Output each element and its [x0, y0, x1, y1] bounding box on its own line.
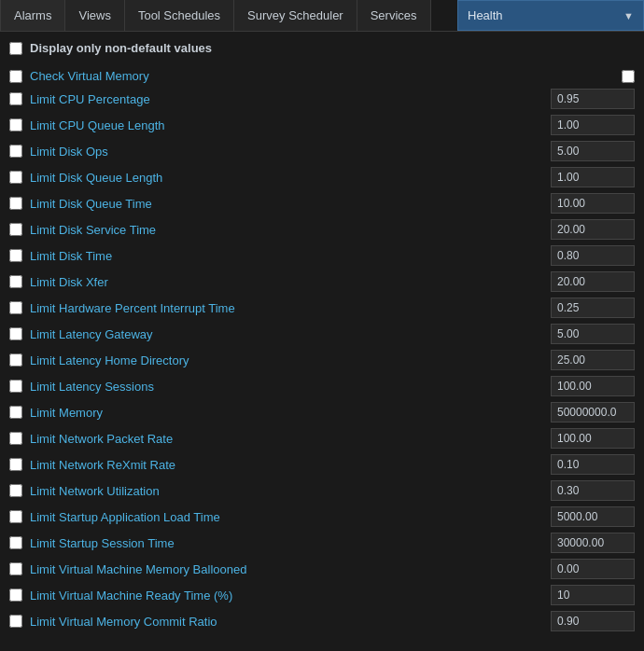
content-area: Display only non-default values Check Vi…	[0, 32, 644, 651]
setting-value-limit-latency-sessions[interactable]	[551, 376, 635, 396]
setting-row-limit-startup-application-load-time: Limit Startup Application Load Time	[9, 504, 635, 530]
non-default-checkbox[interactable]	[9, 42, 22, 55]
setting-row-limit-cpu-queue-length: Limit CPU Queue Length	[9, 112, 635, 138]
setting-enable-limit-disk-xfer[interactable]	[9, 275, 22, 288]
setting-value-limit-cpu-queue-length[interactable]	[551, 115, 635, 135]
setting-row-limit-network-packet-rate: Limit Network Packet Rate	[9, 425, 635, 451]
setting-value-limit-hardware-percent-interrupt-time[interactable]	[551, 298, 635, 318]
setting-enable-limit-disk-queue-time[interactable]	[9, 197, 22, 210]
setting-value-limit-disk-ops[interactable]	[551, 141, 635, 161]
setting-label-limit-cpu-percentage: Limit CPU Percentage	[30, 92, 543, 106]
tab-services[interactable]: Services	[357, 0, 431, 31]
setting-row-limit-network-utilization: Limit Network Utilization	[9, 478, 635, 504]
settings-list: Check Virtual MemoryLimit CPU Percentage…	[9, 66, 635, 634]
setting-row-limit-latency-sessions: Limit Latency Sessions	[9, 373, 635, 399]
setting-row-limit-network-rexmit-rate: Limit Network ReXmit Rate	[9, 451, 635, 478]
setting-value-limit-cpu-percentage[interactable]	[551, 89, 635, 109]
setting-enable-limit-latency-gateway[interactable]	[9, 327, 22, 340]
setting-enable-limit-startup-session-time[interactable]	[9, 536, 22, 549]
chevron-down-icon: ▼	[623, 10, 634, 21]
setting-label-limit-virtual-machine-memory-ballooned: Limit Virtual Machine Memory Ballooned	[30, 562, 543, 576]
setting-enable-limit-startup-application-load-time[interactable]	[9, 510, 22, 523]
setting-value-limit-network-packet-rate[interactable]	[551, 428, 635, 449]
setting-label-limit-network-packet-rate: Limit Network Packet Rate	[30, 432, 543, 446]
tab-survey-scheduler[interactable]: Survey Scheduler	[234, 0, 357, 31]
setting-row-limit-latency-home-directory: Limit Latency Home Directory	[9, 347, 635, 373]
setting-label-limit-disk-time: Limit Disk Time	[30, 249, 543, 263]
tab-tool-schedules[interactable]: Tool Schedules	[125, 0, 234, 31]
setting-row-limit-virtual-machine-ready-time: Limit Virtual Machine Ready Time (%)	[9, 582, 635, 608]
tab-views[interactable]: Views	[65, 0, 124, 31]
setting-value-limit-disk-xfer[interactable]	[551, 271, 635, 292]
setting-value-limit-startup-application-load-time[interactable]	[551, 506, 635, 527]
setting-value-limit-virtual-machine-memory-ballooned[interactable]	[551, 559, 635, 579]
setting-row-limit-startup-session-time: Limit Startup Session Time	[9, 530, 635, 556]
setting-label-limit-network-rexmit-rate: Limit Network ReXmit Rate	[30, 458, 543, 472]
health-dropdown[interactable]: Health ▼	[457, 0, 644, 31]
setting-enable-limit-network-utilization[interactable]	[9, 484, 22, 497]
setting-enable-limit-network-rexmit-rate[interactable]	[9, 458, 22, 471]
setting-row-limit-disk-queue-time: Limit Disk Queue Time	[9, 190, 635, 216]
setting-label-check-virtual-memory: Check Virtual Memory	[30, 69, 614, 83]
setting-value-limit-disk-service-time[interactable]	[551, 219, 635, 240]
setting-label-limit-virtual-memory-commit-ratio: Limit Virtual Memory Commit Ratio	[30, 615, 543, 629]
setting-value-limit-network-rexmit-rate[interactable]	[551, 454, 635, 475]
setting-label-limit-memory: Limit Memory	[30, 406, 543, 420]
setting-enable-limit-virtual-machine-ready-time[interactable]	[9, 589, 22, 602]
setting-enable-limit-cpu-queue-length[interactable]	[9, 118, 22, 132]
setting-row-limit-cpu-percentage: Limit CPU Percentage	[9, 86, 635, 112]
setting-label-limit-virtual-machine-ready-time: Limit Virtual Machine Ready Time (%)	[30, 589, 543, 603]
setting-row-limit-disk-queue-length: Limit Disk Queue Length	[9, 164, 635, 190]
setting-label-limit-disk-ops: Limit Disk Ops	[30, 145, 543, 159]
setting-label-limit-hardware-percent-interrupt-time: Limit Hardware Percent Interrupt Time	[30, 301, 543, 315]
setting-label-limit-disk-xfer: Limit Disk Xfer	[30, 275, 543, 289]
setting-label-limit-latency-home-directory: Limit Latency Home Directory	[30, 353, 543, 367]
setting-row-limit-disk-time: Limit Disk Time	[9, 242, 635, 269]
setting-value-limit-startup-session-time[interactable]	[551, 533, 635, 553]
setting-enable-limit-disk-service-time[interactable]	[9, 223, 22, 236]
setting-label-limit-disk-queue-length: Limit Disk Queue Length	[30, 171, 543, 185]
setting-label-limit-network-utilization: Limit Network Utilization	[30, 484, 543, 498]
setting-enable-check-virtual-memory[interactable]	[9, 70, 22, 83]
setting-value-check-virtual-memory[interactable]	[622, 70, 635, 83]
setting-enable-limit-hardware-percent-interrupt-time[interactable]	[9, 301, 22, 314]
setting-enable-limit-memory[interactable]	[9, 406, 22, 419]
setting-row-limit-disk-ops: Limit Disk Ops	[9, 138, 635, 164]
setting-value-limit-disk-queue-length[interactable]	[551, 167, 635, 187]
setting-enable-limit-disk-queue-length[interactable]	[9, 171, 22, 184]
setting-value-limit-virtual-machine-ready-time[interactable]	[551, 585, 635, 605]
setting-label-limit-disk-queue-time: Limit Disk Queue Time	[30, 197, 543, 211]
setting-row-limit-disk-xfer: Limit Disk Xfer	[9, 269, 635, 295]
non-default-row: Display only non-default values	[9, 41, 635, 55]
setting-row-limit-disk-service-time: Limit Disk Service Time	[9, 216, 635, 242]
setting-label-limit-latency-sessions: Limit Latency Sessions	[30, 380, 543, 394]
setting-enable-limit-cpu-percentage[interactable]	[9, 92, 22, 105]
setting-label-limit-cpu-queue-length: Limit CPU Queue Length	[30, 118, 543, 132]
setting-row-limit-memory: Limit Memory	[9, 399, 635, 425]
setting-label-limit-latency-gateway: Limit Latency Gateway	[30, 327, 543, 341]
setting-value-limit-virtual-memory-commit-ratio[interactable]	[551, 611, 635, 631]
setting-value-limit-latency-home-directory[interactable]	[551, 350, 635, 370]
setting-label-limit-startup-session-time: Limit Startup Session Time	[30, 536, 543, 550]
setting-value-limit-memory[interactable]	[551, 402, 635, 422]
tab-alarms[interactable]: Alarms	[0, 0, 65, 31]
setting-enable-limit-network-packet-rate[interactable]	[9, 432, 22, 445]
setting-enable-limit-virtual-memory-commit-ratio[interactable]	[9, 615, 22, 628]
setting-row-limit-virtual-memory-commit-ratio: Limit Virtual Memory Commit Ratio	[9, 608, 635, 634]
setting-enable-limit-disk-time[interactable]	[9, 249, 22, 262]
setting-row-limit-hardware-percent-interrupt-time: Limit Hardware Percent Interrupt Time	[9, 295, 635, 321]
setting-label-limit-startup-application-load-time: Limit Startup Application Load Time	[30, 510, 543, 524]
setting-value-limit-disk-queue-time[interactable]	[551, 193, 635, 214]
setting-enable-limit-virtual-machine-memory-ballooned[interactable]	[9, 562, 22, 575]
setting-value-limit-network-utilization[interactable]	[551, 480, 635, 501]
setting-value-limit-latency-gateway[interactable]	[551, 324, 635, 344]
non-default-label: Display only non-default values	[30, 41, 212, 55]
setting-label-limit-disk-service-time: Limit Disk Service Time	[30, 223, 543, 237]
setting-value-limit-disk-time[interactable]	[551, 245, 635, 266]
setting-row-limit-latency-gateway: Limit Latency Gateway	[9, 321, 635, 347]
setting-row-check-virtual-memory: Check Virtual Memory	[9, 66, 635, 86]
setting-enable-limit-latency-home-directory[interactable]	[9, 353, 22, 367]
setting-row-limit-virtual-machine-memory-ballooned: Limit Virtual Machine Memory Ballooned	[9, 556, 635, 582]
setting-enable-limit-disk-ops[interactable]	[9, 145, 22, 158]
setting-enable-limit-latency-sessions[interactable]	[9, 380, 22, 393]
